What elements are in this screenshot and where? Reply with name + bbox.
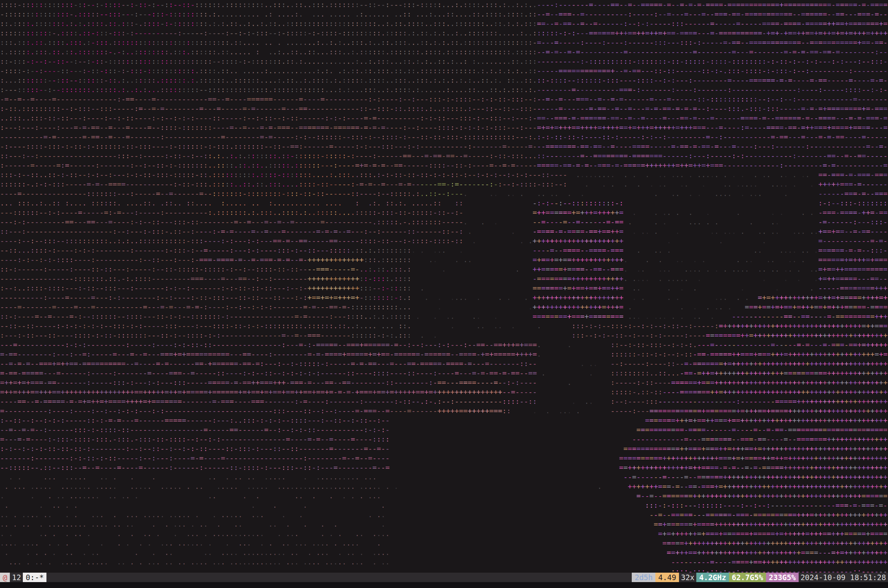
status-cpu-count: 32x xyxy=(679,573,696,582)
art-row: ----------=-=------=-==--=---=-------:--… xyxy=(0,132,888,142)
art-row: ... :::..:..:: :.... ::::::. ....::. .::… xyxy=(0,198,888,208)
art-row: --=-=-=--===+=++==-==========--=----=-=-… xyxy=(0,359,888,368)
art-row: ::-:::-:--:--::--:--:-::-:::::::::::::::… xyxy=(0,57,888,66)
art-row: ----:--:--:::--::::::::::..:.:..::::::::… xyxy=(0,236,888,246)
status-clock: 2024-10-09 18:51:28 xyxy=(799,573,888,582)
status-cpu-frequency: 4.2GHz xyxy=(696,573,729,582)
art-row: . . . . . .. . .. . . .. .. .... .......… xyxy=(0,548,888,557)
art-row: ::::::-.:-:-:::-----=-=--====-----------… xyxy=(0,179,888,189)
art-row: -::::-:--:----::---:-::-:::-:-:::-::::::… xyxy=(0,66,888,76)
art-row: . . . .. ....... .. .. . .. . . .. . . .… xyxy=(0,491,888,501)
status-left-group: @120:-* xyxy=(0,573,46,582)
art-row: . ... ..... ....... ..... ..... ..... . … xyxy=(0,482,888,491)
status-swap-usage: 233G5% xyxy=(766,573,799,582)
art-row: ----=-------=----=---=-----------=---=-=… xyxy=(0,302,888,312)
art-row: ----:-:--:-:-::::----:----------:--::---… xyxy=(0,255,888,264)
art-row: ----=---------------:::::::---:-----=--=… xyxy=(0,189,888,198)
art-row: ---:-:---------==---==---=----:-:--::---… xyxy=(0,217,888,227)
art-row: :---:::::--:--:::::::.:::::.:..:.:...:::… xyxy=(0,85,888,94)
art-row: :---:---:----:---=-=-==--=---=----=--:::… xyxy=(0,123,888,132)
art-row: --::...::::-:----:-:-:--------:-------:-… xyxy=(0,246,888,255)
status-session-badge[interactable]: @ xyxy=(0,573,10,582)
art-row: -=--=--=----=--------------:-==----=----… xyxy=(0,94,888,104)
art-row: ::.::::.:::::::.:.:.::::.::.:::-.::::-:-… xyxy=(0,19,888,28)
bottom-strip xyxy=(0,582,888,588)
art-row: =-==--------:---:--=:-----=---=--=---===… xyxy=(0,349,888,359)
art-row: .. . .. . ......... .... .. .. . . ... .… xyxy=(0,520,888,529)
art-row: ::::::::::::-.::::.::-:::-:::-:---------… xyxy=(0,28,888,38)
status-memory-usage: 62.7G5% xyxy=(729,573,766,582)
art-row: ::---:--:------------------:::--:-----:-… xyxy=(0,151,888,161)
art-row: :---:-::---::----::::-:-::-:::::::---::-… xyxy=(0,331,888,340)
art-row: =-==-=====---=------:-----:-------=----=… xyxy=(0,368,888,378)
tmux-terminal-screen[interactable]: { "terminal": { "columns": 205, "rows": … xyxy=(0,0,888,588)
art-row: :...:::::::--:::--::::::-::.:..:::::.:::… xyxy=(0,76,888,85)
art-row: . . .. . . . . . . :::-:-:::---::::::---… xyxy=(0,501,888,510)
art-row: . . ... ..... .. . . . .. . .. .. ..... … xyxy=(0,472,888,482)
art-row: .... .... . . . . . . . . . ... ...... .… xyxy=(0,538,888,548)
art-row: =++=+=+===-==-------:-----:::-:---:-:---… xyxy=(0,378,888,387)
status-session-name: 12 xyxy=(10,573,23,582)
art-row: --::--::-----:-:-:-:-:-:--:::-:-:-----::… xyxy=(0,321,888,331)
art-row: --:::::--.::--:::--=--=----=----=------:… xyxy=(0,463,888,472)
art-row: -----------------:::::::.::.-:.::::-----… xyxy=(0,274,888,283)
terminal-viewport[interactable]: ::::-::::::::::::-::--:-::::--:-::-:--::… xyxy=(0,0,888,573)
art-row: :::.:::.::.::::.:::.:-:::.::::::::::::::… xyxy=(0,38,888,47)
art-row: ::::-::::::::::::-::--:-::::--:-::-:--::… xyxy=(0,0,888,9)
art-row: ----------:----=-----=---:-:--------:--:… xyxy=(0,293,888,302)
status-window-active[interactable]: 0:-* xyxy=(23,573,46,582)
art-row: :::-:--::..::-:-::--:-:--:---:-:-::-:::-… xyxy=(0,170,888,179)
tmux-status-bar: @120:-* 2d5h4.4932x4.2GHz62.7G5%233G5%20… xyxy=(0,573,888,582)
art-row: =----------:----:----:--:--:-:-:---:-:--… xyxy=(0,406,888,416)
art-row: :-::.:::::::::--:-:::--:::-----:=--=-=--… xyxy=(0,104,888,113)
status-load-average: 4.49 xyxy=(655,573,679,582)
status-uptime: 2d5h xyxy=(632,573,655,582)
art-row: :--::--:--:-:-:-----::-:-=-=---=------==… xyxy=(0,416,888,425)
ascii-art-canvas: ::::-::::::::::::-::--:-::::--:-::-:--::… xyxy=(0,0,888,573)
art-row: -:::::::::::::::-.:::::--:::---:---:::-:… xyxy=(0,9,888,19)
art-row: :.:::::.:::.::.::.:::::::-.-:..::::::::.… xyxy=(0,47,888,57)
art-row: ----==--=-=====-=-=+=++=+====++++=+=====… xyxy=(0,397,888,406)
art-row: ---::::::--:-:----=-----=:-=---:-----:--… xyxy=(0,208,888,217)
art-row: ..:::..:::-::-::---:----:--:-::----:-:--… xyxy=(0,113,888,123)
art-row: . . .. . . .. . . . .. . . ... . .......… xyxy=(0,529,888,538)
art-row: ::-:----=--=----=-:--::::::--::::---::-:… xyxy=(0,312,888,321)
art-row: =---=-=----:-:::-::::-:::.-:::.-:::-::-:… xyxy=(0,435,888,444)
art-row: :------=-----=:=------:-------:--:--::-:… xyxy=(0,161,888,170)
art-row: . . . . . .. . . . ::::-:::-::-:--:-----… xyxy=(0,567,888,573)
art-row: ::-:------:-----:----::-::---:-----:--::… xyxy=(0,264,888,274)
art-row: =++=+++==+++==+++++++++++++++++==+++++=+… xyxy=(0,387,888,397)
art-row: :--:..::::-::::---:-::--:::---:-------:-… xyxy=(0,283,888,293)
art-row: ... . .. . ..... ..... .. . . ... .. .. … xyxy=(0,557,888,567)
art-row: --=--=-=--:------:::-:-::::-::----------… xyxy=(0,425,888,435)
art-row: .. . .... .. . . ... . ... ..... ..... .… xyxy=(0,510,888,520)
art-row: -------:--------:-:-::-:-::-----:--:---:… xyxy=(0,453,888,463)
art-row: -:----::::-:::-:-::-:-::::::-::-:::----:… xyxy=(0,142,888,151)
art-row: ::---:--------------------:--:---:-:::-.… xyxy=(0,227,888,236)
status-right-group: 2d5h4.4932x4.2GHz62.7G5%233G5%2024-10-09… xyxy=(632,573,888,582)
art-row: ---=-----------:-:-:---------:-----:----… xyxy=(0,340,888,349)
art-row: :-:--:-:-:-::-::-::-:--------:--:--::--:… xyxy=(0,444,888,453)
